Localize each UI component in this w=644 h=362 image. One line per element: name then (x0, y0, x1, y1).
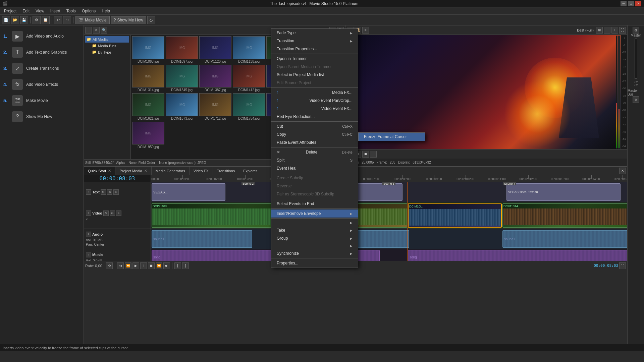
media-thumb-12[interactable]: IMG DCIM1621.jpg (132, 93, 164, 120)
timeline-ruler[interactable]: 00:00:00:0000:00:01:0000:00:02:0000:00:0… (151, 175, 627, 182)
menu-item-options[interactable]: Options (79, 8, 98, 14)
ctx-red-eye[interactable]: Red Eye Reduction... (271, 113, 358, 121)
media-thumb-3[interactable]: IMG DCIM1138.jpg (233, 36, 265, 63)
tab-quick-start[interactable]: Quick Start ✕ (84, 167, 115, 175)
tl-loop-btn[interactable]: ⟲ (106, 262, 113, 269)
menu-item-help[interactable]: Help (99, 8, 113, 14)
media-thumb-6[interactable]: IMG DCIM1314.jpg (132, 65, 164, 92)
ctx-event-heal[interactable]: Event Heal (271, 164, 358, 172)
ctx-media-fx[interactable]: f Media FX... (271, 88, 358, 97)
text-fx-btn[interactable]: fx (101, 189, 106, 195)
media-search-btn[interactable]: 🔍 (101, 27, 107, 34)
ctx-copy[interactable]: Copy Ctrl+C (271, 130, 358, 138)
timeline-close-btn[interactable]: ✕ (619, 168, 626, 174)
tl-out-btn[interactable]: ] (182, 262, 189, 269)
tl-prev-btn[interactable]: ⏪ (125, 262, 131, 269)
audio-clip-3[interactable]: sound1 (502, 230, 627, 248)
tree-by-type[interactable]: 📁 By Type (85, 49, 129, 55)
ctx-open-in-trimmer[interactable]: Open in Trimmer (271, 55, 358, 63)
ctx-cut[interactable]: Cut Ctrl+X (271, 122, 358, 130)
make-movie-button[interactable]: 🎬 Make Movie (75, 16, 110, 24)
new-btn[interactable]: 📄 (2, 16, 10, 24)
ctx-transition-properties[interactable]: Transition Properties... (271, 45, 358, 53)
media-thumb-2[interactable]: IMG DCIM1120.jpg (199, 36, 231, 63)
ctx-switches[interactable]: ▶ (271, 219, 358, 226)
text-mute-btn[interactable]: m (107, 189, 112, 195)
video-clip-4[interactable]: DCIM1314 (502, 203, 627, 228)
tl-pause-btn[interactable]: ⏸ (140, 262, 147, 269)
tl-next-btn[interactable]: ⏩ (156, 262, 162, 269)
ctx-paste-attrs[interactable]: Paste Event Attributes (271, 138, 358, 146)
ctx-synchronize[interactable]: Synchronize ▶ (271, 249, 358, 257)
menu-item-edit[interactable]: Edit (20, 8, 32, 14)
tl-stop-btn[interactable]: ⏹ (148, 262, 155, 269)
preview-fullscreen-btn[interactable]: ⛶ (619, 27, 626, 34)
audio-track-menu-btn[interactable]: ≡ (86, 232, 91, 237)
text-clip-1[interactable]: VEGAS... (152, 183, 225, 201)
ctx-group[interactable]: Group ▶ (271, 234, 358, 242)
preview-list-btn[interactable]: ☰ (370, 151, 377, 158)
undo-btn[interactable]: ↩ (54, 16, 62, 24)
preview-grid-view-btn[interactable]: ⊞ (596, 27, 603, 34)
text-clip-3[interactable]: VEGAS Titles .Text au... (506, 183, 621, 201)
media-thumb-14[interactable]: IMG DCIM1712.jpg (199, 93, 231, 120)
tl-end-btn[interactable]: ⏭ (163, 262, 170, 269)
text-track-menu-btn[interactable]: ≡ (86, 189, 91, 195)
tab-quick-start-close[interactable]: ✕ (108, 169, 111, 173)
media-thumb-13[interactable]: IMG DCIM1673.jpg (166, 93, 198, 120)
music-clip-2[interactable]: song (408, 250, 627, 261)
video-clip-3[interactable]: DCIM1O... (408, 203, 502, 228)
submenu-freeze-frame[interactable]: Freeze Frame at Cursor (359, 133, 425, 141)
master-fader[interactable] (635, 39, 637, 79)
sidebar-item-transitions[interactable]: 3. ⤢ Create Transitions (0, 60, 84, 76)
menu-item-insert[interactable]: Insert (48, 8, 63, 14)
tab-video-fx[interactable]: Video FX (190, 167, 213, 175)
audio-clip-1[interactable]: sound1 (152, 230, 252, 248)
show-me-how-button[interactable]: ? Show Me How (111, 16, 146, 24)
ctx-transition[interactable]: Transition ▶ (271, 37, 358, 45)
ctx-select-events[interactable]: Select Events to End (271, 200, 358, 208)
sidebar-item-video-effects[interactable]: 4. fx Add Video Effects (0, 76, 84, 93)
ctx-stream[interactable]: ▶ (271, 242, 358, 249)
sidebar-item-text-graphics[interactable]: 2. T Add Text and Graphics (0, 44, 84, 60)
media-thumb-8[interactable]: IMG DCIM1387.jpg (199, 65, 231, 92)
timeline-content[interactable]: VEGAS... VEGAS TI... VEGAS Titles .Text … (151, 182, 627, 261)
tab-explorer[interactable]: Explorer (239, 167, 261, 175)
preview-zoom-in-btn[interactable]: + (611, 27, 618, 34)
preview-zoom-out-btn[interactable]: − (604, 27, 610, 34)
video-track-menu-btn[interactable]: ≡ (86, 210, 91, 216)
sidebar-item-video-audio[interactable]: 1. ▶ Add Video and Audio (0, 28, 84, 44)
tl-begin-btn[interactable]: ⏮ (117, 262, 124, 269)
ctx-split[interactable]: Split S (271, 156, 358, 164)
settings-btn[interactable]: ⚙ (33, 16, 41, 24)
tab-media-generators[interactable]: Media Generators (152, 167, 190, 175)
ctx-delete[interactable]: ✕ Delete Delete (271, 148, 358, 156)
tl-in-btn[interactable]: [ (174, 262, 181, 269)
ctx-properties[interactable]: Properties... (271, 259, 358, 267)
media-list-view-btn[interactable]: ☰ (85, 27, 92, 34)
media-thumb-18[interactable]: IMG DCIM1950.jpg (132, 122, 164, 149)
video-fx-btn[interactable]: fx (103, 210, 109, 216)
media-thumb-7[interactable]: IMG DCIM1345.jpg (166, 65, 198, 92)
menu-item-tools[interactable]: Tools (64, 8, 78, 14)
menu-item-project[interactable]: Project (1, 8, 19, 14)
tl-fullscreen-btn[interactable]: ⛶ (619, 262, 626, 269)
video-mute-btn[interactable]: m (110, 210, 115, 216)
menu-item-view[interactable]: View (33, 8, 47, 14)
ctx-take[interactable]: Take ▶ (271, 226, 358, 234)
tl-play-btn[interactable]: ▶ (132, 262, 139, 269)
ctx-pan-crop[interactable]: f Video Event Pan/Crop... (271, 97, 358, 105)
maximize-button[interactable]: □ (628, 1, 634, 6)
close-button[interactable]: ✕ (635, 1, 641, 6)
video-solo-btn[interactable]: s (116, 210, 121, 216)
tab-transitions[interactable]: Transitions (213, 167, 239, 175)
save-btn[interactable]: 💾 (20, 16, 28, 24)
ctx-event-fx[interactable]: f Video Event FX... (271, 105, 358, 113)
text-solo-btn[interactable]: s (113, 189, 119, 195)
media-thumb-15[interactable]: IMG DCIM1754.jpg (233, 93, 265, 120)
tree-all-media[interactable]: 📁 All Media (85, 36, 129, 43)
ctx-fade-type[interactable]: Fade Type ▶ (271, 29, 358, 37)
preview-eq-btn[interactable]: ≡ (362, 27, 369, 34)
properties-btn[interactable]: 📋 (42, 16, 50, 24)
media-close-btn[interactable]: ✕ (93, 27, 100, 34)
